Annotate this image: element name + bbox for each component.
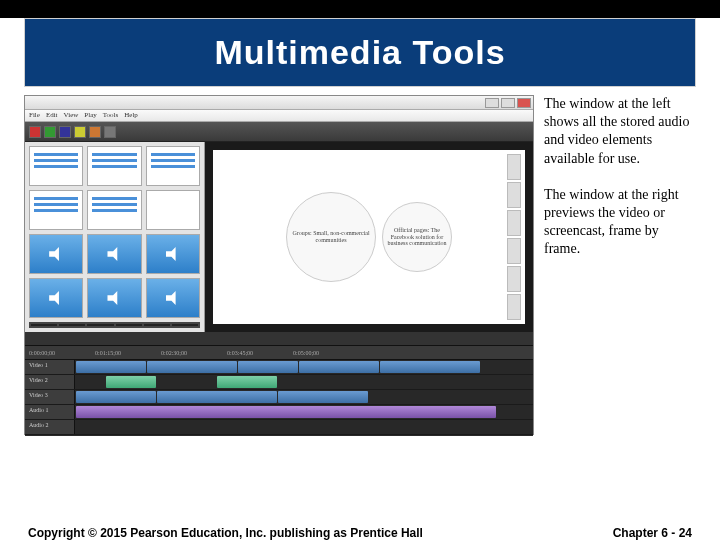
preview-bubble: Groups: Small, non-commercial communitie… <box>286 192 376 282</box>
timeline-toolbar <box>25 332 533 346</box>
timeline: 0:00:00;00 0:01:15;00 0:02:30;00 0:03:45… <box>25 332 533 436</box>
tab-icon <box>59 324 85 326</box>
library-tabs <box>29 322 200 328</box>
time-mark: 0:05:00;00 <box>293 350 319 356</box>
track-label: Audio 2 <box>25 420 75 434</box>
clip <box>299 361 379 373</box>
track <box>75 390 533 404</box>
menu-item: Play <box>84 111 96 120</box>
track <box>75 420 533 434</box>
track-label: Video 1 <box>25 360 75 374</box>
time-mark: 0:02:30;00 <box>161 350 187 356</box>
slide-title: Multimedia Tools <box>25 33 695 72</box>
editor-screenshot: File Edit View Play Tools Help <box>24 95 534 435</box>
color-swatch <box>104 126 116 138</box>
audio-thumb <box>146 278 200 318</box>
media-thumb <box>29 190 83 230</box>
media-thumb <box>29 146 83 186</box>
slide-strip <box>507 154 521 320</box>
caption-column: The window at the left shows all the sto… <box>544 95 696 435</box>
menu-item: View <box>64 111 79 120</box>
tab-icon <box>144 324 170 326</box>
toolbar <box>25 122 533 142</box>
tab-icon <box>31 324 57 326</box>
footer: Copyright © 2015 Pearson Education, Inc.… <box>28 526 692 540</box>
time-mark: 0:03:45;00 <box>227 350 253 356</box>
audio-thumb <box>87 278 141 318</box>
menu-item: Edit <box>46 111 58 120</box>
color-swatch <box>59 126 71 138</box>
window-titlebar <box>25 96 533 110</box>
audio-thumb <box>29 234 83 274</box>
slide: Multimedia Tools File Edit View Play Too… <box>0 18 720 540</box>
clip <box>157 391 277 403</box>
preview-canvas: Groups: Small, non-commercial communitie… <box>213 150 525 324</box>
editor-midsection: Groups: Small, non-commercial communitie… <box>25 142 533 332</box>
maximize-icon <box>501 98 515 108</box>
track-label: Audio 1 <box>25 405 75 419</box>
track <box>75 405 533 419</box>
color-swatch <box>74 126 86 138</box>
track <box>75 375 533 389</box>
caption-text: The window at the right previews the vid… <box>544 186 696 259</box>
clip <box>106 376 156 388</box>
preview-panel: Groups: Small, non-commercial communitie… <box>205 142 533 332</box>
content-row: File Edit View Play Tools Help <box>24 95 696 435</box>
clip <box>76 406 496 418</box>
clip <box>76 361 146 373</box>
clip <box>76 391 156 403</box>
track <box>75 360 533 374</box>
color-swatch <box>29 126 41 138</box>
media-thumb <box>146 190 200 230</box>
clip <box>380 361 480 373</box>
menu-item: File <box>29 111 40 120</box>
clip <box>278 391 368 403</box>
media-thumb <box>87 190 141 230</box>
time-mark: 0:01:15;00 <box>95 350 121 356</box>
preview-bubble: Official pages: The Facebook solution fo… <box>382 202 452 272</box>
minimize-icon <box>485 98 499 108</box>
title-banner: Multimedia Tools <box>24 18 696 87</box>
audio-thumb <box>87 234 141 274</box>
caption-text: The window at the left shows all the sto… <box>544 95 696 168</box>
media-library <box>25 142 205 332</box>
clip <box>238 361 298 373</box>
menu-item: Help <box>124 111 138 120</box>
page-indicator: Chapter 6 - 24 <box>613 526 692 540</box>
media-thumb <box>146 146 200 186</box>
close-icon <box>517 98 531 108</box>
color-swatch <box>89 126 101 138</box>
track-label: Video 2 <box>25 375 75 389</box>
audio-thumb <box>146 234 200 274</box>
tab-icon <box>172 324 198 326</box>
menu-bar: File Edit View Play Tools Help <box>25 110 533 122</box>
track-label: Video 3 <box>25 390 75 404</box>
clip <box>217 376 277 388</box>
tab-icon <box>116 324 142 326</box>
clip <box>147 361 237 373</box>
media-thumb <box>87 146 141 186</box>
menu-item: Tools <box>103 111 118 120</box>
time-mark: 0:00:00;00 <box>29 350 55 356</box>
copyright-text: Copyright © 2015 Pearson Education, Inc.… <box>28 526 423 540</box>
timeline-ruler: 0:00:00;00 0:01:15;00 0:02:30;00 0:03:45… <box>25 346 533 360</box>
tab-icon <box>87 324 113 326</box>
audio-thumb <box>29 278 83 318</box>
color-swatch <box>44 126 56 138</box>
